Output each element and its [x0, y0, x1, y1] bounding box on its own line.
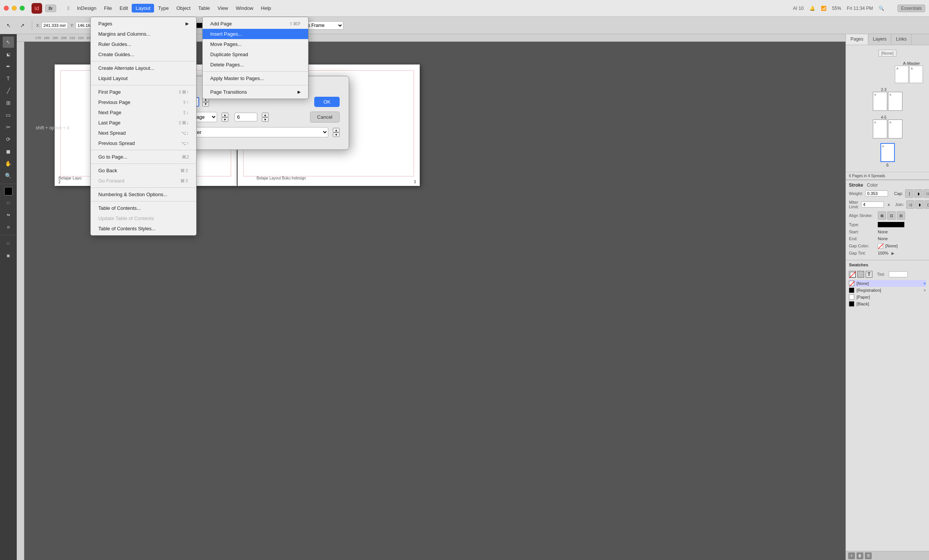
submenu-move-pages[interactable]: Move Pages... — [203, 39, 308, 49]
swap-icon[interactable]: ⇆ — [3, 209, 14, 220]
gap-tint-arrow[interactable]: ▶ — [891, 251, 894, 255]
swatch-paper[interactable]: [Paper] — [849, 294, 926, 300]
menu-item-create-alt[interactable]: Create Alternate Layout... — [91, 63, 196, 73]
align-center[interactable]: ⊞ — [878, 211, 886, 220]
stroke-tab[interactable]: Stroke — [849, 182, 863, 188]
menu-item-next-spread[interactable]: Next Spread ⌥↓ — [91, 128, 196, 138]
pen-tool[interactable]: ✒ — [3, 61, 14, 72]
new-page-btn[interactable]: + — [848, 552, 855, 559]
menu-item-toc[interactable]: Table of Contents... — [91, 203, 196, 213]
weight-input[interactable] — [865, 190, 888, 197]
menu-item-next-page[interactable]: Next Page ⇧↓ — [91, 107, 196, 118]
page-thumb-2[interactable]: A — [873, 92, 887, 111]
submenu-apply-master[interactable]: Apply Master to Pages... — [203, 73, 308, 83]
submenu-page-transitions[interactable]: Page Transitions ▶ — [203, 87, 308, 97]
page-thumb-5[interactable]: A — [888, 120, 902, 138]
object-menu[interactable]: Object — [173, 4, 195, 13]
menu-item-go-back[interactable]: Go Back ⌘⇧ — [91, 165, 196, 176]
apple-menu[interactable]:  — [64, 4, 73, 13]
type-menu[interactable]: Type — [154, 4, 172, 13]
swatch-fill-icon[interactable] — [849, 271, 856, 278]
line-tool[interactable]: ╱ — [3, 85, 14, 96]
table-menu[interactable]: Table — [194, 4, 214, 13]
x-input[interactable] — [41, 22, 68, 29]
hand-tool[interactable]: ✋ — [3, 158, 14, 169]
file-menu[interactable]: File — [100, 4, 116, 13]
round-cap[interactable]: ◗ — [914, 189, 923, 198]
menu-item-last-page[interactable]: Last Page ⇧⌘↓ — [91, 118, 196, 128]
menu-item-pages[interactable]: Pages ▶ — [91, 19, 196, 29]
align-outside[interactable]: ⊟ — [897, 211, 905, 220]
layout-menu[interactable]: Layout — [132, 4, 154, 13]
tint-input[interactable] — [889, 271, 908, 277]
page-thumb-4[interactable]: A — [873, 120, 887, 138]
delete-page-btn[interactable]: 🗑 — [857, 552, 863, 559]
tab-links[interactable]: Links — [891, 34, 912, 45]
submenu-duplicate-spread[interactable]: Duplicate Spread — [203, 49, 308, 60]
app-name[interactable]: InDesign — [73, 4, 100, 13]
help-menu[interactable]: Help — [257, 4, 275, 13]
gap-color-swatch[interactable] — [878, 243, 883, 249]
swatch-black[interactable]: [Black] — [849, 300, 926, 307]
selection-tool[interactable]: ↖ — [3, 20, 14, 31]
workspace-selector[interactable]: Essentials — [898, 5, 925, 12]
rect-tool[interactable]: ▭ — [3, 109, 14, 121]
submenu-add-page[interactable]: Add Page ⇧⌘P — [203, 19, 308, 29]
direct-select-tool[interactable]: ↗ — [17, 20, 28, 31]
select-tool[interactable]: ↖ — [3, 36, 14, 48]
tab-pages[interactable]: Pages — [846, 34, 868, 45]
align-inside[interactable]: ⊡ — [887, 211, 896, 220]
page-thumb-6[interactable]: A — [880, 143, 895, 162]
normal-mode[interactable]: □ — [3, 238, 14, 249]
miter-input[interactable] — [861, 201, 884, 208]
menu-item-margins[interactable]: Margins and Columns... — [91, 29, 196, 39]
view-menu[interactable]: View — [214, 4, 232, 13]
notification-icon[interactable]: 🔔 — [809, 6, 815, 11]
stroke-swatch[interactable]: □ — [3, 197, 14, 208]
rect-frame-tool[interactable]: ⊞ — [3, 97, 14, 109]
window-menu[interactable]: Window — [232, 4, 257, 13]
menu-item-ruler-guides[interactable]: Ruler Guides... — [91, 39, 196, 49]
type-swatch[interactable] — [878, 222, 904, 227]
pages-submenu[interactable]: Add Page ⇧⌘P Insert Pages... Move Pages.… — [202, 17, 309, 99]
free-transform-tool[interactable]: ⟳ — [3, 134, 14, 145]
submenu-insert-pages[interactable]: Insert Pages... — [203, 29, 308, 39]
layout-dropdown[interactable]: Pages ▶ Margins and Columns... Ruler Gui… — [90, 17, 197, 236]
menu-item-prev-spread[interactable]: Previous Spread ⌥↑ — [91, 138, 196, 148]
menu-item-liquid[interactable]: Liquid Layout — [91, 73, 196, 83]
swatch-none[interactable]: [None] × — [849, 280, 926, 287]
preview-mode[interactable]: ▣ — [3, 250, 14, 261]
direct-select-tool[interactable]: ⬕ — [3, 49, 14, 60]
miter-join[interactable]: ◁ — [906, 200, 915, 209]
menu-item-prev-page[interactable]: Previous Page ⇧↑ — [91, 97, 196, 107]
menu-item-go-forward[interactable]: Go Forward ⌘⇧ — [91, 176, 196, 186]
swatch-text-icon[interactable]: T — [866, 271, 872, 278]
bridge-icon[interactable]: Br — [45, 5, 56, 12]
minimize-button[interactable] — [12, 6, 17, 11]
scissors-tool[interactable]: ✂ — [3, 121, 14, 133]
menu-item-update-toc[interactable]: Update Table of Contents — [91, 213, 196, 223]
zoom-tool[interactable]: 🔍 — [3, 170, 14, 181]
menu-item-toc-styles[interactable]: Table of Contents Styles... — [91, 223, 196, 234]
master-page-left[interactable]: A — [895, 66, 909, 83]
square-cap[interactable]: □ — [923, 189, 929, 198]
menu-item-first-page[interactable]: First Page ⇧⌘↑ — [91, 87, 196, 97]
submenu-delete-pages[interactable]: Delete Pages... — [203, 60, 308, 70]
tab-layers[interactable]: Layers — [868, 34, 891, 45]
close-button[interactable] — [4, 6, 9, 11]
page-thumb-3[interactable]: A — [888, 92, 902, 111]
type-tool[interactable]: T — [3, 73, 14, 84]
color-tab[interactable]: Color — [867, 182, 878, 188]
butt-cap[interactable]: | — [905, 189, 913, 198]
search-icon[interactable]: 🔍 — [879, 6, 884, 11]
swatch-registration[interactable]: [Registration] × — [849, 287, 926, 294]
none-apply[interactable]: ⊘ — [3, 221, 14, 233]
round-join[interactable]: ◗ — [915, 200, 924, 209]
menu-item-goto-page[interactable]: Go to Page... ⌘J — [91, 152, 196, 162]
menu-item-numbering[interactable]: Numbering & Section Options... — [91, 189, 196, 200]
swatch-stroke-icon[interactable] — [857, 271, 864, 278]
panel-menu-btn[interactable]: ☰ — [865, 552, 872, 559]
bevel-join[interactable]: ◻ — [924, 200, 929, 209]
master-page-right[interactable]: A — [909, 66, 923, 83]
fill-swatch[interactable] — [4, 187, 13, 195]
